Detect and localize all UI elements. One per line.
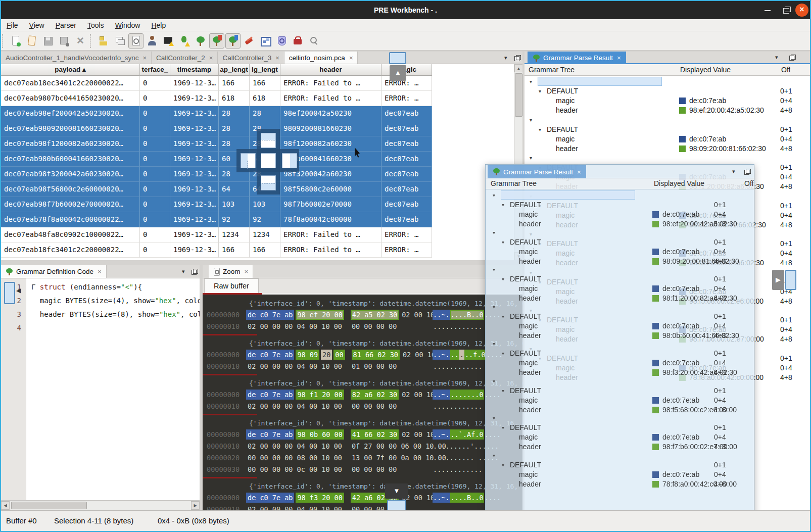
tab-audiocontroller-1-handlevocoderinfo-sync[interactable]: AudioController_1_handleVocoderInfo_sync… [1,52,152,64]
hex-bytes[interactable]: 00 00 00 00 [350,321,398,331]
column-offset[interactable]: Off [744,178,753,189]
tree-refresh-button[interactable] [225,33,241,49]
tree-edit-button[interactable] [209,33,224,49]
tab-grammar-parse-result-floating[interactable]: Grammar Parse Result × [488,165,586,178]
tab-close-icon[interactable]: × [142,54,147,62]
hex-line[interactable]: 0000001002 00 00 00 04 00 10 0000 00 00 … [203,321,522,332]
tree-field-row[interactable]: magicde:c0:7e:ab0+4 [486,284,754,294]
column-header-ap_lengt[interactable]: ap_lengt [219,64,250,76]
save-button[interactable] [40,33,56,49]
tree-field-row[interactable]: magicde:c0:7e:ab0+4 [486,396,754,405]
hex-bytes[interactable]: 00 00 00 00 [350,401,398,411]
hex-line[interactable]: 00000000de c0 7e ab98 0b 60 0041 66 02 3… [203,429,522,441]
hex-bytes[interactable]: 98 09 [296,350,319,360]
bookmark-button[interactable] [242,33,257,49]
tree-group-row[interactable]: ▾DEFAULT0+1 [486,423,754,432]
hex-line[interactable]: 0000001002 00 00 00 04 00 10 0000 00 00 … [203,401,522,412]
hex-bytes[interactable]: de c0 7e ab [246,390,294,400]
new-file-button[interactable] [8,33,23,49]
tab-close-icon[interactable]: × [275,54,279,62]
tree-root-row[interactable]: ▾ [524,77,810,86]
chevron-down-icon[interactable]: ▾ [502,386,504,396]
tree-root-row[interactable]: ▾ [486,413,754,423]
tree-field-row[interactable]: header98:ef:20:00:42:a5:02:304+8 [524,106,810,115]
table-row[interactable]: dec07eab98f3200042a60230020…01969-12-3…2… [1,167,432,182]
chevron-down-icon[interactable]: ▾ [502,312,504,321]
tab-zoom[interactable]: Zoom × [209,265,253,278]
tree-field-row[interactable]: header78:f8:a0:00:42:c0:00:004+8 [486,479,754,489]
tree-root-row[interactable]: ▾ [486,190,754,200]
column-header-ig_lengt[interactable]: ig_lengt [250,64,280,76]
tree-group-row[interactable]: ▾DEFAULT0+1 [486,386,754,396]
panel-menu-icon[interactable]: ▾ [182,268,185,275]
chevron-down-icon[interactable]: ▾ [502,423,504,432]
menu-tools[interactable]: Tools [82,19,110,31]
hex-bytes[interactable]: 02 00 00 00 04 00 10 00 [246,321,344,331]
tab-list-dropdown-icon[interactable]: ▾ [504,55,507,61]
tree-root-row[interactable]: ▾ [486,265,754,274]
panel-menu-icon[interactable]: ▾ [775,54,778,61]
tree-root-row[interactable]: ▾ [486,302,754,312]
chevron-down-icon[interactable]: ▾ [493,190,495,200]
table-row[interactable]: dec07eab9809200081660230020…01969-12-3…2… [1,121,432,136]
hex-bytes[interactable]: 98 f1 20 00 [296,390,344,400]
tab-callcontroller-2[interactable]: CallController_2× [152,52,218,64]
maximize-button[interactable] [779,4,792,17]
hex-bytes[interactable]: de c0 7e ab [246,310,294,320]
hex-line[interactable]: 00000000de c0 7e ab98 f3 20 0042 a6 02 3… [203,492,522,504]
hex-line[interactable]: 00000000de c0 7e ab98 f1 20 0082 a6 02 3… [203,389,522,401]
chevron-down-icon[interactable]: ▾ [502,274,504,284]
scroll-left-icon[interactable]: ◀ [1,501,10,510]
save-as-button[interactable] [57,33,72,49]
hex-bytes[interactable]: 98 0b 60 00 [296,429,344,440]
search-button[interactable] [306,33,321,49]
hex-bytes[interactable]: 20 [321,350,332,360]
table-row[interactable]: dec07eab980b600041660230020…01969-12-3…6… [1,152,432,167]
tree-field-row[interactable]: magicde:c0:7e:ab0+4 [486,432,754,442]
code-editor[interactable]: 1Γ struct (endianness="<"){2 magic BYTES… [1,278,200,500]
hex-bytes[interactable]: 98 ef 20 00 [296,310,344,320]
column-header-timestamp[interactable]: timestamp [170,64,219,76]
debug-bug-button[interactable] [177,33,192,49]
table-row[interactable]: dec07eab98f56800c2e60000020…01969-12-3…6… [1,182,432,197]
tree-group-row[interactable]: ▾DEFAULT0+1 [486,237,754,247]
tools-button[interactable] [73,33,88,49]
tab-callcontroller-3[interactable]: CallController_3× [218,52,284,64]
tree-field-row[interactable]: header98:09:20:00:81:66:02:304+8 [524,144,810,154]
hex-bytes[interactable]: 00 00 00 00 0c 00 10 00 [246,464,344,474]
tree-field-row[interactable]: magicde:c0:7e:ab0+4 [486,321,754,331]
hex-bytes[interactable]: 02 00 00 00 04 00 10 00 [246,401,344,411]
tree-root-row[interactable]: ▾ [486,228,754,237]
hex-line[interactable]: 0000001002 00 00 00 04 00 10 0000 00 00 … [203,504,522,510]
hex-bytes[interactable]: 02 00 00 00 04 00 10 00 [246,361,344,371]
chevron-down-icon[interactable]: ▾ [502,349,504,358]
menu-window[interactable]: Window [110,19,146,31]
hex-line[interactable]: 00000000de c0 7e ab98 ef 20 0042 a5 02 3… [203,309,522,321]
hex-line[interactable]: 0000001002 00 00 00 04 00 10 0001 00 00 … [203,361,522,372]
tree-group-row[interactable]: ▾DEFAULT0+1 [486,312,754,321]
menu-view[interactable]: View [24,19,50,31]
hex-bytes[interactable]: de c0 7e ab [246,429,294,440]
scroll-right-icon[interactable]: ▶ [191,501,200,510]
table-row[interactable]: dec07eab18ec3401c2c20000022…01969-12-3…1… [1,76,432,91]
user-button[interactable] [145,33,160,49]
tree-root-row[interactable]: ▾ [486,451,754,460]
tree-root-row[interactable]: ▾ [524,153,810,163]
hex-bytes[interactable]: 98 f3 20 00 [296,493,344,503]
floating-parse-result-tree[interactable]: ▾▾DEFAULT0+1magicde:c0:7e:ab0+4header98:… [486,189,754,513]
chevron-down-icon[interactable]: ▾ [493,413,495,423]
tree-root-row[interactable]: ▾ [524,115,810,125]
tree-field-row[interactable]: magicde:c0:7e:ab0+4 [486,470,754,479]
window-stack-button[interactable] [112,33,127,49]
tree-group-row[interactable]: ▾DEFAULT0+1 [524,125,810,134]
hex-bytes[interactable]: 00 [333,350,345,360]
tree-group-row[interactable]: ▾DEFAULT0+1 [486,274,754,284]
hex-bytes[interactable]: 00 00 00 00 08 00 10 00 [246,453,344,463]
shield-search-button[interactable] [274,33,289,49]
hex-bytes[interactable]: 02 00 00 00 04 00 10 00 [246,504,344,510]
column-grammar-tree[interactable]: Grammar Tree [529,64,575,75]
close-tab-icon[interactable]: × [245,268,249,275]
tree-field-row[interactable]: magicde:c0:7e:ab0+4 [486,247,754,257]
tree-group-row[interactable]: ▾DEFAULT0+1 [486,460,754,470]
tab-grammar-definition-code[interactable]: Grammar Definition Code × [1,265,107,278]
